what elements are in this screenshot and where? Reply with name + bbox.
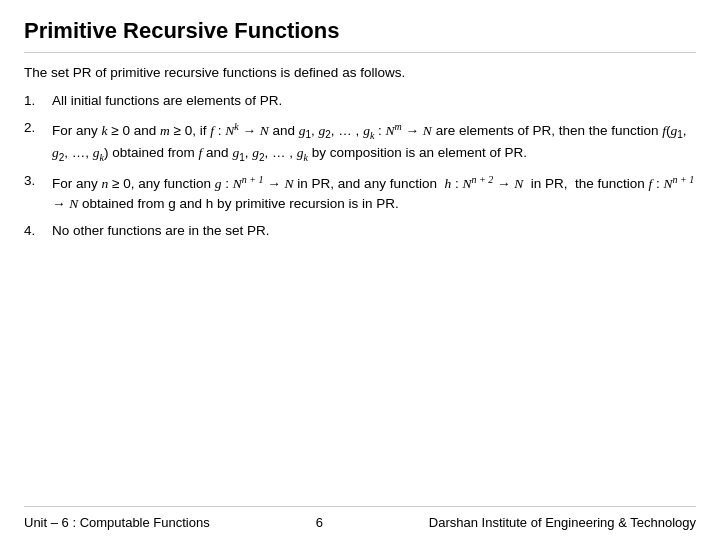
page-container: Primitive Recursive Functions The set PR…	[0, 0, 720, 540]
footer: Unit – 6 : Computable Functions 6 Darsha…	[24, 506, 696, 530]
list-item-4: 4. No other functions are in the set PR.	[24, 221, 696, 242]
footer-page: 6	[316, 515, 323, 530]
list-num-4: 4.	[24, 221, 52, 242]
list-content-3: For any n ≥ 0, any function g : Nn + 1 →…	[52, 171, 696, 215]
content-list: 1. All initial functions are elements of…	[24, 91, 696, 248]
footer-left: Unit – 6 : Computable Functions	[24, 515, 210, 530]
footer-wrapper: Unit – 6 : Computable Functions 6 Darsha…	[24, 515, 696, 530]
list-content-4: No other functions are in the set PR.	[52, 221, 696, 242]
list-num-3: 3.	[24, 171, 52, 215]
list-content-1: All initial functions are elements of PR…	[52, 91, 696, 112]
list-item-2: 2. For any k ≥ 0 and m ≥ 0, if f : Nk → …	[24, 118, 696, 165]
title-divider	[24, 52, 696, 53]
list-item-3: 3. For any n ≥ 0, any function g : Nn + …	[24, 171, 696, 215]
page-title: Primitive Recursive Functions	[24, 18, 696, 44]
footer-right: Darshan Institute of Engineering & Techn…	[429, 515, 696, 530]
list-num-2: 2.	[24, 118, 52, 165]
intro-text: The set PR of primitive recursive functi…	[24, 63, 696, 83]
list-num-1: 1.	[24, 91, 52, 112]
list-content-2: For any k ≥ 0 and m ≥ 0, if f : Nk → N a…	[52, 118, 696, 165]
list-item-1: 1. All initial functions are elements of…	[24, 91, 696, 112]
